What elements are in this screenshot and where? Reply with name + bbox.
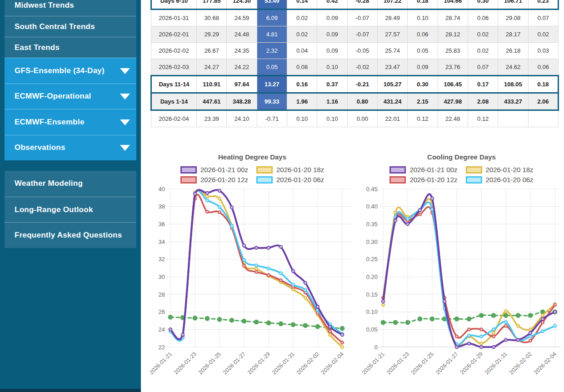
legend-label: 2026-01-20 12z xyxy=(409,176,457,184)
value-cell: 177.85 xyxy=(197,0,227,10)
legend-item-2026-01-20-06z[interactable]: 2026-01-20 06z xyxy=(256,176,324,184)
value-cell: 124.30 xyxy=(227,0,257,10)
chart-plot-area[interactable]: 403836343230282624222026-01-212026-01-23… xyxy=(150,185,354,392)
value-cell: 28.49 xyxy=(377,10,407,26)
value-cell: 29.29 xyxy=(197,26,227,43)
legend-swatch-icon xyxy=(466,176,482,184)
table-row: 2026-01-3130.6824.596.090.020.09-0.0728.… xyxy=(151,10,559,26)
legend-swatch-icon xyxy=(180,166,197,174)
y-axis-tick-label: 0.15 xyxy=(366,291,378,298)
chevron-down-icon[interactable] xyxy=(120,68,130,74)
x-axis-tick-label: 2026-02-02 xyxy=(295,351,320,376)
x-axis-tick-label: 2026-01-21 xyxy=(361,351,386,376)
x-axis-tick-label: 2026-01-27 xyxy=(222,351,247,376)
value-cell: 24.10 xyxy=(227,110,257,127)
sidebar-item-observations[interactable]: Observations xyxy=(5,135,136,161)
sidebar: Midwest TrendsSouth Central TrendsEast T… xyxy=(0,0,141,392)
value-cell: 24.22 xyxy=(227,59,257,76)
legend-item-2026-01-20-12z[interactable]: 2026-01-20 12z xyxy=(180,176,248,184)
table-row: Days 6-10177.85124.3053.490.140.42-0.281… xyxy=(151,0,559,10)
legend-item-2026-01-21-00z[interactable]: 2026-01-21 00z xyxy=(389,166,457,174)
sidebar-item-label: GFS-Ensemble (34-Day) xyxy=(15,66,105,75)
value-cell: 431.24 xyxy=(377,93,407,110)
table-row: 2026-02-0226.6724.352.320.040.09-0.0525.… xyxy=(151,43,559,59)
value-cell: 30.68 xyxy=(197,10,227,26)
value-cell: 0.10 xyxy=(317,59,347,76)
value-cell: 28.74 xyxy=(438,10,468,26)
value-cell: 0.07 xyxy=(468,59,498,76)
row-label-cell: 2026-01-31 xyxy=(151,10,197,26)
sidebar-item-east-trends[interactable]: East Trends xyxy=(5,37,136,58)
y-axis-tick-label: 0.05 xyxy=(366,326,378,333)
table-row: Days 1-14447.61348.2899.331.961.160.8043… xyxy=(151,93,559,110)
y-axis-tick-label: 0.35 xyxy=(366,221,378,228)
table-row: 2026-02-0324.2724.220.050.080.10-0.0223.… xyxy=(151,59,559,76)
sidebar-item-weather-modeling[interactable]: Weather Modeling xyxy=(5,171,136,197)
value-cell: 0.23 xyxy=(528,0,558,10)
y-axis-tick-label: 0.20 xyxy=(366,273,378,280)
y-axis-tick-label: 30 xyxy=(159,273,165,280)
value-cell: 23.76 xyxy=(438,59,468,76)
y-axis-tick-label: 0.10 xyxy=(366,308,378,315)
chevron-down-icon[interactable] xyxy=(120,119,130,125)
value-cell: 2.08 xyxy=(468,93,498,110)
sidebar-item-midwest-trends[interactable]: Midwest Trends xyxy=(5,0,136,16)
sidebar-item-gfs-ensemble-34-day[interactable]: GFS-Ensemble (34-Day) xyxy=(5,58,136,84)
legend-swatch-icon xyxy=(389,176,406,184)
value-cell: 0.18 xyxy=(408,0,438,10)
row-label-cell: 2026-02-04 xyxy=(151,110,197,127)
sidebar-item-south-central-trends[interactable]: South Central Trends xyxy=(5,16,136,37)
chevron-down-icon[interactable] xyxy=(120,145,130,151)
value-cell: 0.09 xyxy=(317,10,347,26)
sidebar-item-long-range-outlook[interactable]: Long-Range Outlook xyxy=(5,197,136,223)
chevron-down-icon[interactable] xyxy=(120,94,130,99)
value-cell: 0.10 xyxy=(287,110,317,127)
row-label-cell: 2026-02-03 xyxy=(151,59,197,76)
legend-swatch-icon xyxy=(256,166,273,174)
value-cell: 26.18 xyxy=(498,43,528,59)
legend-item-2026-01-20-12z[interactable]: 2026-01-20 12z xyxy=(389,176,457,184)
value-cell: 2.32 xyxy=(257,43,287,59)
value-cell: 13.27 xyxy=(257,76,287,93)
y-axis-tick-label: 24 xyxy=(159,326,165,333)
legend-item-2026-01-21-00z[interactable]: 2026-01-21 00z xyxy=(180,166,248,174)
value-cell xyxy=(528,110,558,127)
value-cell: 6.09 xyxy=(257,10,287,26)
chart-plot-area[interactable]: 0.450.400.350.300.250.200.150.100.050202… xyxy=(359,185,564,392)
value-cell: 53.49 xyxy=(257,0,287,10)
x-axis-tick-label: 2026-01-31 xyxy=(271,351,296,376)
value-cell: 0.12 xyxy=(408,110,438,127)
sidebar-item-label: Weather Modeling xyxy=(15,179,83,188)
value-cell: 0.16 xyxy=(287,76,317,93)
sidebar-item-frequently-asked-questions[interactable]: Frequently Asked Questions xyxy=(5,222,136,248)
forecast-table-wrapper: Days 6-10177.85124.3053.490.140.42-0.281… xyxy=(150,0,559,127)
value-cell: 106.45 xyxy=(438,76,468,93)
y-axis-tick-label: 36 xyxy=(159,221,165,228)
legend-swatch-icon xyxy=(256,176,273,184)
sidebar-item-ecmwf-ensemble[interactable]: ECMWF-Ensemble xyxy=(5,109,136,135)
legend-item-2026-01-20-18z[interactable]: 2026-01-20 18z xyxy=(466,166,534,174)
value-cell: 0.00 xyxy=(347,110,377,127)
legend-label: 2026-01-20 06z xyxy=(276,176,324,184)
value-cell: 0.80 xyxy=(347,93,377,110)
sidebar-item-ecmwf-operational[interactable]: ECMWF-Operational xyxy=(5,84,136,109)
value-cell: 104.66 xyxy=(438,0,468,10)
row-label-cell: Days 11-14 xyxy=(151,76,197,93)
y-axis-tick-label: 40 xyxy=(159,186,165,193)
value-cell: 0.06 xyxy=(468,10,498,26)
sidebar-item-label: Long-Range Outlook xyxy=(15,205,93,214)
value-cell: 0.37 xyxy=(317,76,347,93)
legend-item-2026-01-20-18z[interactable]: 2026-01-20 18z xyxy=(256,166,324,174)
y-axis-tick-label: 32 xyxy=(159,256,165,263)
chart-legend: 2026-01-21 00z2026-01-20 18z2026-01-20 1… xyxy=(359,166,564,184)
x-axis-tick-label: 2026-01-25 xyxy=(197,351,222,376)
sidebar-item-label: Observations xyxy=(15,143,65,152)
value-cell: 0.07 xyxy=(528,10,558,26)
value-cell: -0.05 xyxy=(347,43,377,59)
value-cell: 0.06 xyxy=(408,26,438,43)
value-cell: 29.08 xyxy=(498,10,528,26)
value-cell xyxy=(498,110,528,127)
row-label-cell: 2026-02-02 xyxy=(151,43,197,59)
legend-item-2026-01-20-06z[interactable]: 2026-01-20 06z xyxy=(466,176,534,184)
legend-swatch-icon xyxy=(389,166,406,174)
